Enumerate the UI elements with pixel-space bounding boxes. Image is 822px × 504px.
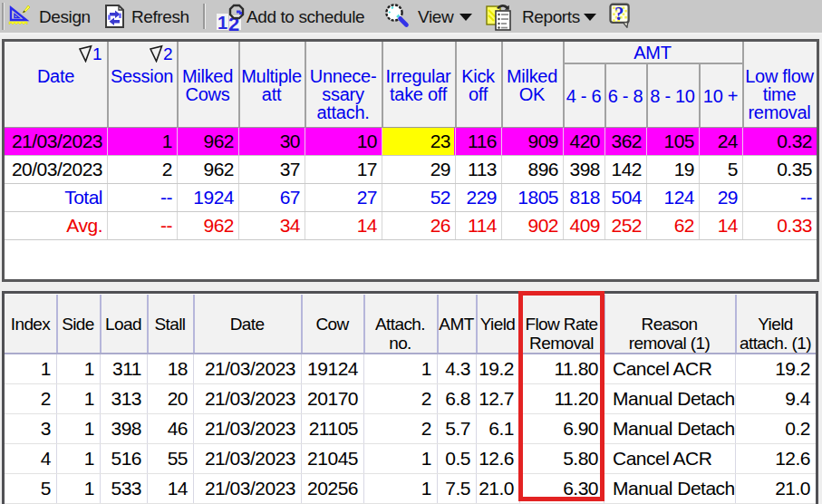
- svg-text:?: ?: [614, 3, 624, 24]
- svg-text:2: 2: [163, 44, 173, 63]
- svg-text:1: 1: [218, 13, 227, 32]
- svg-text:1: 1: [92, 44, 102, 63]
